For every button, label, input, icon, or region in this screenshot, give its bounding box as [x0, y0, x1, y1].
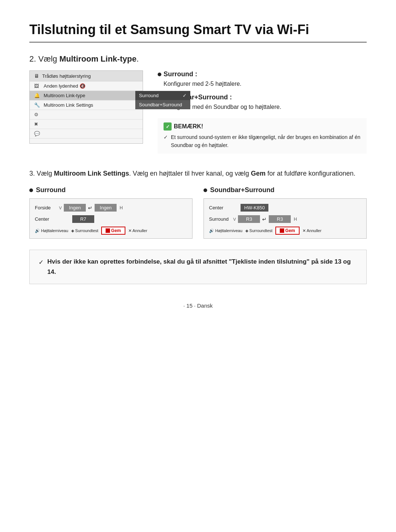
warning-checkmark: ✓ — [38, 257, 44, 268]
dropdown-item-soundbar: Soundbar+Surround — [135, 100, 190, 109]
bullet-section: Surround : Konfigurer med 2-5 højttalere… — [158, 70, 367, 154]
page-title: Tilslutning til et Samsung Smart TV via … — [29, 22, 367, 43]
row-icon-2: 🔔 — [34, 93, 41, 98]
tv-menu-row-2: 🔔 Multiroom Link-type Surround ✓ Soundba… — [30, 91, 143, 100]
panels-layout: Surround Forside V Ingen ↵ Ingen H Cente… — [29, 186, 367, 239]
bullet-item-surround: Surround : Konfigurer med 2-5 højttalere… — [158, 70, 367, 88]
tv-menu-row-5: ✖ — [30, 120, 143, 129]
page-footer: · 15 · Dansk — [29, 302, 367, 309]
section2-layout: 🖥 Trådløs højttalerstyring 🖼 Anden lyden… — [29, 70, 367, 154]
row-icon-3: 🔧 — [34, 102, 41, 108]
note-checkmark: ✓ — [164, 133, 168, 142]
step2-heading: 2. Vælg Multiroom Link-type. — [29, 54, 367, 64]
settings-footer-surround: 🔊 Højttalerniveau ◈ Surroundtest Gem ✕ A… — [35, 227, 187, 235]
row-icon-1: 🖼 — [34, 83, 41, 89]
row-icon-6: 💬 — [34, 131, 41, 136]
tv-menu: 🖥 Trådløs højttalerstyring 🖼 Anden lyden… — [29, 70, 143, 144]
gem-icon-2 — [280, 228, 284, 233]
dropdown-overlay: Surround ✓ Soundbar+Surround — [135, 91, 190, 109]
hojttaler-btn-2: 🔊 Højttalerniveau — [209, 228, 242, 233]
panel-soundbar: Soundbar+Surround Center HW-K850 Surroun… — [203, 186, 367, 239]
settings-panel-soundbar: Center HW-K850 Surround V R3 ↵ R3 H 🔊 Hø… — [203, 198, 367, 239]
tv-menu-row-4: ⚙ — [30, 110, 143, 120]
note-icon: ✓ — [164, 122, 172, 131]
settings-row-forside: Forside V Ingen ↵ Ingen H — [35, 204, 187, 212]
annuller-btn-1: ✕ Annuller — [128, 228, 147, 233]
step3-heading: 3. Vælg Multiroom Link Settings. Vælg en… — [29, 168, 367, 179]
row-icon-4: ⚙ — [34, 112, 41, 117]
warning-box: ✓ Hvis der ikke kan oprettes forbindelse… — [29, 250, 367, 284]
gem-icon-1 — [106, 228, 110, 233]
gem-button-2[interactable]: Gem — [275, 227, 300, 235]
settings-row-center: Center R7 — [35, 215, 187, 223]
panel-surround: Surround Forside V Ingen ↵ Ingen H Cente… — [29, 186, 192, 239]
panel-dot-2 — [203, 188, 207, 192]
panel-dot-1 — [29, 188, 33, 192]
tv-menu-header: 🖥 Trådløs højttalerstyring — [30, 71, 143, 81]
note-box: ✓ BEMÆRK! ✓ Et surround sound-system er … — [158, 118, 367, 154]
surround-test-btn-2: ◈ Surroundtest — [245, 228, 272, 233]
bullet-dot-1 — [158, 73, 161, 76]
gem-button-1[interactable]: Gem — [101, 227, 125, 235]
settings-row-surround2: Surround V R3 ↵ R3 H — [209, 215, 361, 223]
hojttaler-btn-1: 🔊 Højttalerniveau — [35, 228, 68, 233]
annuller-btn-2: ✕ Annuller — [302, 228, 322, 233]
tv-menu-row-1: 🖼 Anden lydenhed 🔇 — [30, 81, 143, 91]
settings-footer-soundbar: 🔊 Højttalerniveau ◈ Surroundtest Gem ✕ A… — [209, 227, 361, 235]
dropdown-item-surround: Surround ✓ — [135, 91, 190, 100]
tv-menu-row-3: 🔧 Multiroom Link Settings — [30, 100, 143, 110]
tv-menu-row-6: 💬 — [30, 129, 143, 139]
menu-header-icon: 🖥 — [34, 73, 39, 79]
surround-test-btn-1: ◈ Surroundtest — [71, 228, 98, 233]
settings-row-center2: Center HW-K850 — [209, 204, 361, 212]
row-icon-5: ✖ — [34, 121, 41, 127]
settings-panel-surround: Forside V Ingen ↵ Ingen H Center R7 🔊 Hø… — [29, 198, 192, 239]
